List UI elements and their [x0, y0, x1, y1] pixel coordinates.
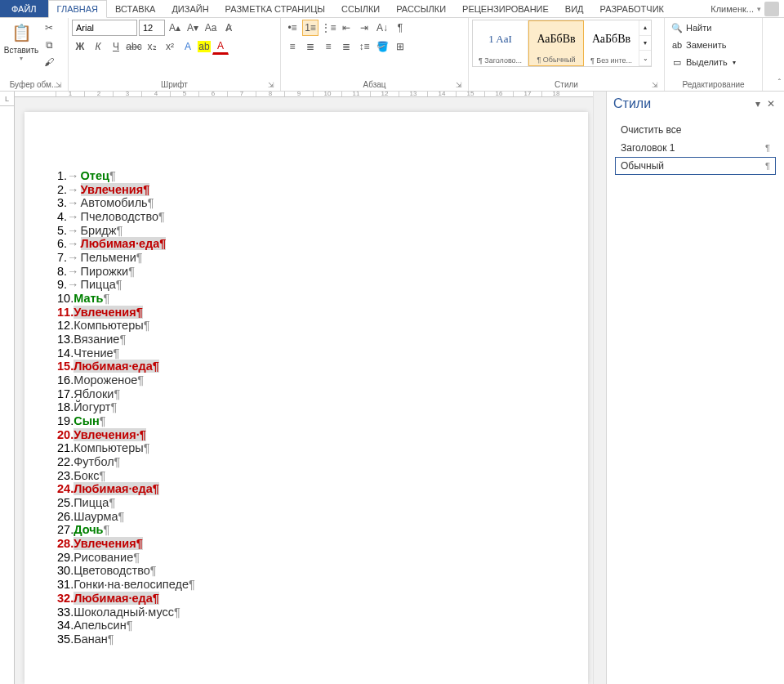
- clear-all-button[interactable]: Очистить все: [615, 121, 776, 139]
- tab-file[interactable]: ФАЙЛ: [0, 0, 48, 17]
- launcher-icon[interactable]: ⇲: [267, 81, 275, 89]
- paste-button[interactable]: 📋 Вставить ▾: [3, 20, 39, 64]
- underline-icon[interactable]: Ч: [108, 38, 124, 55]
- gallery-more[interactable]: ▴▾⌄: [639, 20, 651, 66]
- cut-icon[interactable]: ✂: [41, 20, 57, 36]
- line-spacing-icon[interactable]: ↕≡: [356, 38, 372, 55]
- doc-line[interactable]: 8.→Пирожки¶: [57, 265, 573, 279]
- indent-increase-icon[interactable]: ⇥: [356, 20, 372, 36]
- launcher-icon[interactable]: ⇲: [651, 81, 659, 89]
- doc-line[interactable]: 21.Компьютеры¶: [57, 441, 573, 455]
- user-avatar-icon[interactable]: [764, 2, 779, 16]
- doc-line[interactable]: 4.→Пчеловодство¶: [57, 210, 573, 224]
- highlight-icon[interactable]: ab: [198, 41, 211, 52]
- subscript-icon[interactable]: x₂: [144, 38, 160, 55]
- doc-line[interactable]: 20.Увлечения·¶: [57, 428, 573, 442]
- shading-icon[interactable]: 🪣: [374, 38, 390, 55]
- superscript-icon[interactable]: x²: [162, 38, 178, 55]
- align-left-icon[interactable]: ≡: [284, 38, 301, 55]
- launcher-icon[interactable]: ⇲: [455, 81, 463, 89]
- font-size-input[interactable]: [139, 20, 165, 36]
- bold-icon[interactable]: Ж: [72, 38, 88, 55]
- doc-line[interactable]: 30.Цветоводство¶: [57, 564, 573, 578]
- doc-line[interactable]: 23.Бокс¶: [57, 469, 573, 483]
- format-painter-icon[interactable]: 🖌: [41, 54, 57, 70]
- doc-line[interactable]: 6.→Любимая·еда¶: [57, 237, 573, 251]
- doc-line[interactable]: 11.Увлечения¶: [57, 306, 573, 320]
- doc-line[interactable]: 17.Яблоки¶: [57, 387, 573, 401]
- tab-дизайн[interactable]: ДИЗАЙН: [163, 0, 216, 17]
- doc-line[interactable]: 5.→Бридж¶: [57, 224, 573, 238]
- font-color-icon[interactable]: A: [212, 38, 229, 55]
- style-gallery-item[interactable]: АаБбВв¶ Без инте...: [584, 20, 639, 66]
- ruler-vertical[interactable]: [0, 106, 15, 684]
- doc-line[interactable]: 19.Сын¶: [57, 414, 573, 428]
- text-effects-icon[interactable]: A: [180, 38, 196, 55]
- show-marks-icon[interactable]: ¶: [392, 20, 408, 36]
- tab-рассылки[interactable]: РАССЫЛКИ: [388, 0, 454, 17]
- user-name[interactable]: Клименк...: [710, 4, 754, 14]
- strike-icon[interactable]: abc: [126, 38, 142, 55]
- doc-line[interactable]: 13.Вязание¶: [57, 333, 573, 346]
- shrink-font-icon[interactable]: A▾: [185, 20, 201, 36]
- doc-line[interactable]: 7.→Пельмени¶: [57, 251, 573, 265]
- sort-icon[interactable]: A↓: [374, 20, 390, 36]
- clear-format-icon[interactable]: A̷: [220, 20, 237, 36]
- doc-line[interactable]: 33.Шоколадный·мусс¶: [57, 606, 573, 619]
- scrollbar-vertical[interactable]: [593, 92, 606, 684]
- change-case-icon[interactable]: Aa: [203, 20, 219, 36]
- doc-line[interactable]: 31.Гонки·на·велосипеде¶: [57, 578, 573, 592]
- pane-options-icon[interactable]: ▾: [751, 98, 764, 110]
- tab-разметка страницы[interactable]: РАЗМЕТКА СТРАНИЦЫ: [217, 0, 333, 17]
- justify-icon[interactable]: ≣: [338, 38, 354, 55]
- doc-line[interactable]: 35.Банан¶: [57, 633, 573, 646]
- doc-line[interactable]: 27.Дочь¶: [57, 523, 573, 537]
- style-list-item[interactable]: Обычный¶: [615, 157, 776, 175]
- collapse-ribbon-icon[interactable]: ˆ: [778, 78, 781, 87]
- close-icon[interactable]: ✕: [764, 98, 777, 110]
- page[interactable]: 1.→Отец¶2.→Увлечения¶3.→Автомобиль¶4.→Пч…: [24, 112, 588, 684]
- doc-line[interactable]: 34.Апельсин¶: [57, 619, 573, 633]
- numbering-icon[interactable]: 1≡: [302, 20, 318, 36]
- doc-line[interactable]: 26.Шаурма¶: [57, 510, 573, 524]
- doc-line[interactable]: 3.→Автомобиль¶: [57, 196, 573, 210]
- style-gallery-item[interactable]: 1 AaI¶ Заголово...: [473, 20, 528, 66]
- align-center-icon[interactable]: ≣: [302, 38, 318, 55]
- tab-главная[interactable]: ГЛАВНАЯ: [48, 0, 107, 18]
- select-button[interactable]: ▭Выделить▾: [668, 54, 739, 70]
- doc-line[interactable]: 1.→Отец¶: [57, 169, 573, 183]
- doc-line[interactable]: 25.Пицца¶: [57, 496, 573, 510]
- doc-line[interactable]: 2.→Увлечения¶: [57, 183, 573, 197]
- ruler-horizontal[interactable]: 123456789101112131415161718: [15, 92, 593, 97]
- indent-decrease-icon[interactable]: ⇤: [338, 20, 354, 36]
- doc-line[interactable]: 18.Йогурт¶: [57, 400, 573, 414]
- doc-line[interactable]: 14.Чтение¶: [57, 346, 573, 360]
- find-button[interactable]: 🔍Найти: [668, 20, 739, 36]
- grow-font-icon[interactable]: A▴: [167, 20, 183, 36]
- tab-вид[interactable]: ВИД: [557, 0, 592, 17]
- copy-icon[interactable]: ⧉: [41, 37, 57, 53]
- chevron-down-icon[interactable]: ▾: [757, 5, 761, 13]
- launcher-icon[interactable]: ⇲: [55, 81, 63, 89]
- tab-рецензирование[interactable]: РЕЦЕНЗИРОВАНИЕ: [454, 0, 557, 17]
- doc-line[interactable]: 28.Увлечения¶: [57, 537, 573, 551]
- doc-line[interactable]: 24.Любимая·еда¶: [57, 482, 573, 496]
- italic-icon[interactable]: К: [90, 38, 106, 55]
- align-right-icon[interactable]: ≡: [320, 38, 336, 55]
- replace-button[interactable]: abЗаменить: [668, 37, 739, 53]
- tab-вставка[interactable]: ВСТАВКА: [107, 0, 163, 17]
- style-gallery-item[interactable]: АаБбВв¶ Обычный: [528, 20, 584, 66]
- doc-line[interactable]: 9.→Пицца¶: [57, 278, 573, 292]
- doc-line[interactable]: 12.Компьютеры¶: [57, 319, 573, 333]
- tab-разработчик[interactable]: РАЗРАБОТЧИК: [592, 0, 672, 17]
- doc-line[interactable]: 10.Мать¶: [57, 292, 573, 306]
- style-list-item[interactable]: Заголовок 1¶: [615, 139, 776, 157]
- font-name-input[interactable]: [72, 20, 137, 36]
- doc-line[interactable]: 29.Рисование¶: [57, 551, 573, 565]
- doc-line[interactable]: 32.Любимая·еда¶: [57, 592, 573, 606]
- doc-line[interactable]: 16.Мороженое¶: [57, 373, 573, 387]
- borders-icon[interactable]: ⊞: [392, 38, 408, 55]
- doc-line[interactable]: 22.Футбол¶: [57, 455, 573, 469]
- bullets-icon[interactable]: •≡: [284, 20, 301, 36]
- doc-line[interactable]: 15.Любимая·еда¶: [57, 360, 573, 373]
